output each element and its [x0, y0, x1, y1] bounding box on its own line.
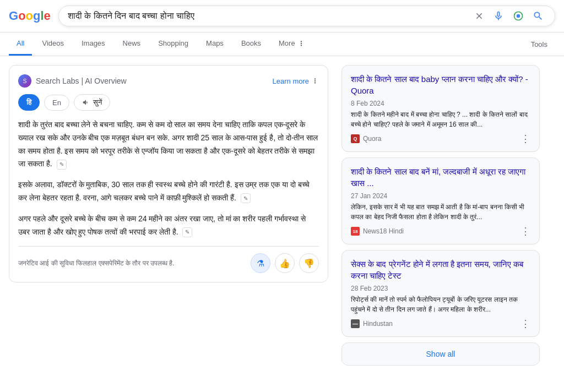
- source-name-3: Hindustan: [363, 320, 393, 328]
- result-card-2: शादी के कितने साल बाद बनें मां, जल्दबाजी…: [341, 157, 540, 244]
- hindi-lang-button[interactable]: हि: [18, 94, 40, 111]
- result-title-1[interactable]: शादी के कितने साल बाद baby प्लान करना चा…: [351, 73, 530, 96]
- clear-button[interactable]: [472, 11, 486, 21]
- left-column: S Search Labs | AI Overview Learn more ह…: [9, 65, 328, 366]
- ai-overview-title: Search Labs | AI Overview: [36, 77, 127, 85]
- result-source-1: Q Quora ⋮: [351, 134, 530, 144]
- english-lang-button[interactable]: En: [44, 95, 69, 111]
- result-title-2[interactable]: शादी के कितने साल बाद बनें मां, जल्दबाजी…: [351, 166, 530, 189]
- search-input[interactable]: [68, 11, 468, 21]
- tab-shopping[interactable]: Shopping: [150, 32, 196, 56]
- cite-icon-1[interactable]: ✎: [57, 160, 67, 170]
- result-source-3: — Hindustan ⋮: [351, 319, 530, 329]
- result-snippet-1: शादी के कितने महीने बाद में बच्चा होना च…: [351, 110, 530, 129]
- search-bar: Google: [0, 0, 564, 32]
- main-content: S Search Labs | AI Overview Learn more ह…: [0, 56, 564, 374]
- experiment-button[interactable]: ⚗: [251, 253, 270, 273]
- thumbs-up-button[interactable]: 👍: [275, 253, 295, 273]
- ai-paragraph-3: अगर पहले और दूसरे बच्चे के बीच कम से कम …: [18, 213, 319, 239]
- tab-tools[interactable]: Tools: [523, 34, 555, 55]
- learn-more-button[interactable]: Learn more: [273, 77, 319, 85]
- source-name-2: News18 Hindi: [363, 227, 404, 235]
- google-logo: Google: [9, 9, 51, 23]
- result-snippet-3: रिपोर्ट्स की मानें तो स्पर्म को फैलोपियन…: [351, 295, 530, 314]
- ai-overview-box: S Search Labs | AI Overview Learn more ह…: [9, 65, 328, 282]
- cite-icon-2[interactable]: ✎: [241, 193, 251, 203]
- search-submit-button[interactable]: [530, 10, 546, 21]
- tab-news[interactable]: News: [115, 32, 149, 56]
- ai-paragraph-2: इसके अलावा, डॉक्टरों के मुताबिक, 30 साल …: [18, 178, 319, 205]
- result-date-1: 8 Feb 2024: [351, 100, 530, 107]
- voice-search-button[interactable]: [491, 10, 506, 21]
- thumbs-down-button[interactable]: 👎: [299, 253, 319, 273]
- show-all-button[interactable]: Show all: [341, 342, 540, 366]
- result-date-2: 27 Jan 2024: [351, 192, 530, 200]
- tab-more[interactable]: More: [271, 32, 313, 56]
- result-title-3[interactable]: सेक्स के बाद प्रेगनेंट होने में लगता है …: [351, 258, 530, 281]
- result-card-1: शादी के कितने साल बाद baby प्लान करना चा…: [341, 65, 540, 152]
- right-column: शादी के कितने साल बाद baby प्लान करना चा…: [341, 65, 540, 366]
- result-menu-button-3[interactable]: ⋮: [520, 319, 530, 329]
- language-buttons: हि En सुनें: [18, 94, 319, 111]
- result-date-3: 28 Feb 2023: [351, 285, 530, 292]
- result-menu-button-1[interactable]: ⋮: [520, 134, 530, 144]
- ai-footer-actions: ⚗ 👍 👎: [251, 253, 319, 273]
- tab-all[interactable]: All: [9, 32, 32, 56]
- result-snippet-2: लेकिन, इसके सार में भी यह बात समझ में आत…: [351, 202, 530, 222]
- ai-paragraph-1: शादी के तुरंत बाद बच्चा लेने से बचना चाह…: [18, 118, 319, 171]
- ai-overview-header: S Search Labs | AI Overview Learn more: [18, 74, 319, 88]
- search-input-wrapper: [58, 6, 555, 26]
- ai-footer-text: जनरेटिव आई की सुविधा फिलहाल एक्सपेरिमेंट…: [18, 259, 175, 267]
- quora-logo: Q: [351, 134, 360, 143]
- source-name-1: Quora: [363, 135, 381, 143]
- listen-button[interactable]: सुनें: [74, 94, 110, 111]
- news18-logo: 18: [351, 227, 360, 236]
- tab-videos[interactable]: Videos: [34, 32, 72, 56]
- nav-tabs: All Videos Images News Shopping Maps Boo…: [0, 32, 564, 56]
- hindustan-logo: —: [351, 319, 360, 328]
- tab-maps[interactable]: Maps: [198, 32, 231, 56]
- result-card-3: सेक्स के बाद प्रेगनेंट होने में लगता है …: [341, 250, 540, 337]
- tab-books[interactable]: Books: [234, 32, 269, 56]
- result-source-2: 18 News18 Hindi ⋮: [351, 226, 530, 236]
- result-menu-button-2[interactable]: ⋮: [520, 226, 530, 236]
- cite-icon-3[interactable]: ✎: [182, 227, 192, 237]
- lens-search-button[interactable]: [511, 10, 526, 21]
- tab-images[interactable]: Images: [74, 32, 113, 56]
- svg-point-1: [517, 14, 520, 18]
- ai-footer: जनरेटिव आई की सुविधा फिलहाल एक्सपेरिमेंट…: [18, 246, 319, 273]
- search-labs-icon: S: [18, 74, 31, 88]
